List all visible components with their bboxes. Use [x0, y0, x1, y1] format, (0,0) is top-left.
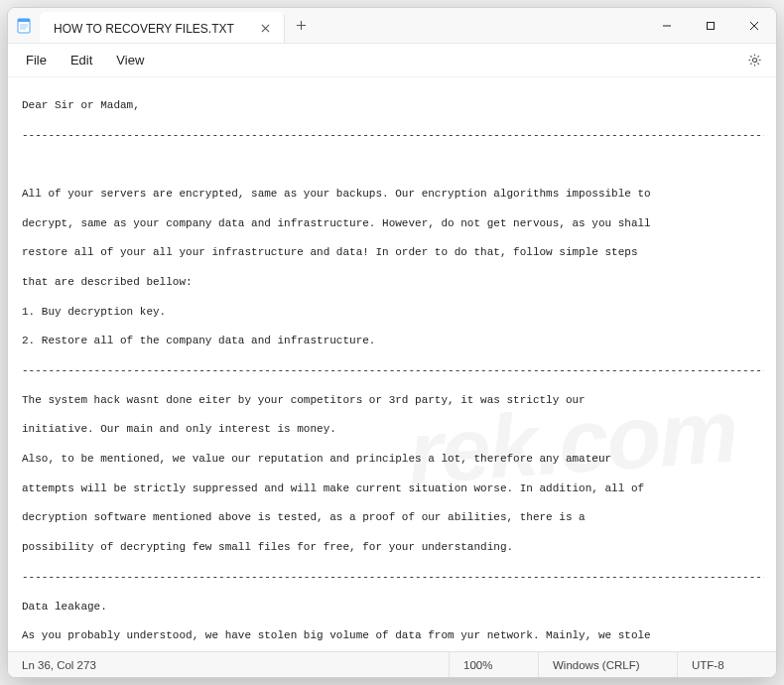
close-button[interactable] [732, 8, 776, 43]
titlebar: HOW TO RECOVERY FILES.TXT [8, 8, 776, 44]
text-line: that are described bellow: [22, 275, 764, 290]
text-line: restore all of your all your infrastruct… [22, 245, 764, 260]
text-line: 2. Restore all of the company data and i… [22, 334, 764, 348]
text-editor[interactable]: Dear Sir or Madam, ---------------------… [8, 77, 776, 651]
status-encoding[interactable]: UTF-8 [677, 652, 776, 677]
tab-close-button[interactable] [258, 21, 274, 37]
maximize-button[interactable] [689, 8, 732, 43]
menu-file[interactable]: File [16, 49, 57, 71]
menu-edit[interactable]: Edit [61, 49, 102, 71]
text-line: decryption software mentioned above is t… [22, 510, 764, 525]
menu-view[interactable]: View [106, 49, 154, 71]
separator-line: ----------------------------------------… [22, 363, 764, 378]
tab-title: HOW TO RECOVERY FILES.TXT [54, 22, 234, 36]
notepad-window: HOW TO RECOVERY FILES.TXT File Edit View [7, 7, 777, 678]
status-eol[interactable]: Windows (CRLF) [538, 652, 677, 677]
window-controls [645, 8, 776, 43]
minimize-button[interactable] [645, 8, 689, 43]
text-line: Also, to be mentioned, we value our repu… [22, 452, 764, 467]
text-line: As you probably understood, we have stol… [22, 628, 764, 643]
status-zoom[interactable]: 100% [449, 652, 538, 677]
new-tab-button[interactable] [285, 8, 319, 43]
separator-line: ----------------------------------------… [22, 128, 764, 143]
text-line: initiative. Our main and only interest i… [22, 422, 764, 437]
text-line: Dear Sir or Madam, [22, 98, 764, 113]
svg-rect-1 [18, 19, 30, 22]
text-line: possibility of decrypting few small file… [22, 540, 764, 555]
text-line: The system hack wasnt done eiter by your… [22, 393, 764, 408]
menubar: File Edit View [8, 44, 776, 77]
text-line: All of your servers are encrypted, same … [22, 187, 764, 202]
app-icon-notepad [8, 8, 40, 43]
separator-line: ----------------------------------------… [22, 570, 764, 585]
text-line: Data leakage. [22, 600, 764, 615]
svg-rect-5 [708, 22, 715, 29]
svg-point-6 [752, 58, 756, 62]
statusbar: Ln 36, Col 273 100% Windows (CRLF) UTF-8 [8, 651, 776, 677]
status-position: Ln 36, Col 273 [8, 652, 110, 677]
text-line: 1. Buy decryption key. [22, 305, 764, 320]
text-line: decrypt, same as your company data and i… [22, 216, 764, 231]
text-line: attempts will be strictly suppressed and… [22, 481, 764, 496]
tab-active[interactable]: HOW TO RECOVERY FILES.TXT [40, 12, 285, 43]
settings-button[interactable] [740, 47, 768, 74]
